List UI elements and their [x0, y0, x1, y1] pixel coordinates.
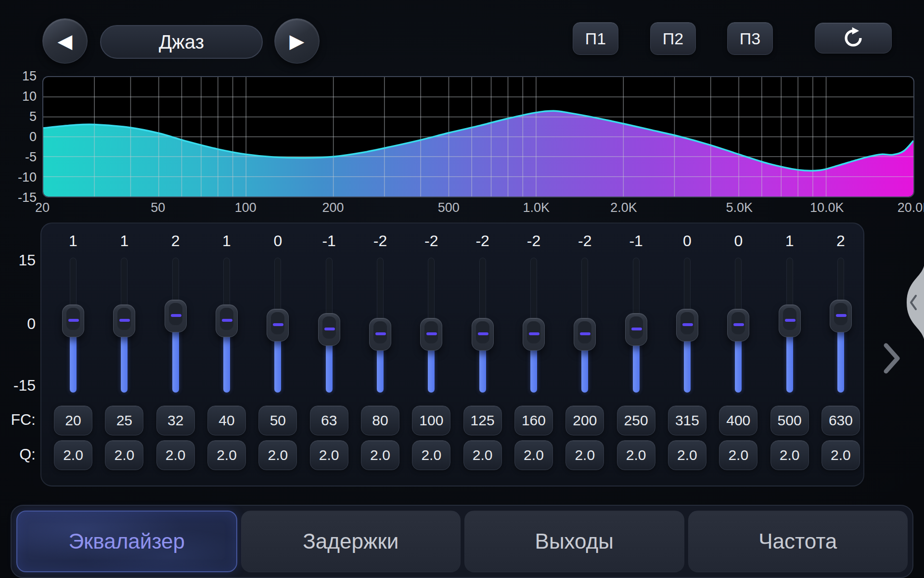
slider-thumb[interactable]	[369, 318, 391, 351]
band-q-button[interactable]: 2.0	[719, 440, 757, 470]
band-fc-button[interactable]: 160	[514, 406, 553, 435]
band-fc-button[interactable]: 125	[463, 406, 502, 435]
gain-slider[interactable]	[815, 258, 866, 393]
memory-preset-2-button[interactable]: П2	[650, 22, 696, 55]
memory-preset-3-button[interactable]: П3	[727, 22, 773, 55]
band-gain-value: -2	[508, 232, 559, 250]
band-q-button[interactable]: 2.0	[617, 440, 655, 470]
slider-thumb[interactable]	[216, 304, 238, 337]
slider-thumb[interactable]	[318, 313, 340, 346]
band-fc-button[interactable]: 25	[105, 406, 143, 435]
slider-thumb[interactable]	[420, 318, 442, 351]
band-q-button[interactable]: 2.0	[770, 440, 809, 470]
slider-thumb[interactable]	[574, 318, 596, 351]
gain-slider[interactable]	[304, 258, 355, 393]
fc-row-label: FC:	[2, 411, 36, 428]
slider-thumb[interactable]	[727, 309, 749, 342]
band-fc-button[interactable]: 20	[54, 406, 92, 435]
slider-thumb[interactable]	[523, 318, 545, 351]
side-panel-handle[interactable]	[896, 266, 924, 339]
slider-thumb[interactable]	[779, 304, 801, 337]
band-column-50: 0502.0	[252, 223, 303, 487]
slider-thumb-dash	[222, 319, 232, 322]
gain-slider[interactable]	[764, 258, 815, 393]
slider-thumb-dash	[273, 323, 283, 326]
band-fc-button[interactable]: 200	[565, 406, 604, 435]
band-fc-button[interactable]: 32	[156, 406, 195, 435]
preset-prev-button[interactable]: ◀	[42, 18, 88, 64]
gain-slider[interactable]	[508, 258, 559, 393]
preset-next-button[interactable]: ▶	[274, 18, 320, 64]
slider-thumb[interactable]	[472, 318, 494, 351]
eq-curve-graph	[42, 76, 914, 197]
band-q-button[interactable]: 2.0	[207, 440, 246, 470]
gain-slider[interactable]	[611, 258, 662, 393]
band-q-button[interactable]: 2.0	[54, 440, 92, 470]
gain-slider[interactable]	[48, 258, 99, 393]
slider-thumb[interactable]	[676, 309, 698, 342]
band-fc-button[interactable]: 400	[719, 406, 757, 435]
band-q-button[interactable]: 2.0	[156, 440, 195, 470]
slider-thumb[interactable]	[267, 309, 289, 342]
band-fc-button[interactable]: 315	[668, 406, 706, 435]
band-q-button[interactable]: 2.0	[514, 440, 553, 470]
preset-selector[interactable]: Джаз	[100, 25, 263, 59]
gain-slider[interactable]	[252, 258, 303, 393]
gain-slider[interactable]	[355, 258, 406, 393]
band-column-400: 04002.0	[713, 223, 764, 487]
slider-thumb[interactable]	[113, 304, 135, 337]
slider-thumb[interactable]	[165, 300, 187, 332]
slider-thumb[interactable]	[62, 304, 84, 337]
slider-thumb-dash	[631, 328, 642, 330]
gain-slider[interactable]	[662, 258, 713, 393]
refresh-icon	[842, 27, 864, 49]
band-gain-value: -1	[611, 232, 662, 250]
band-q-button[interactable]: 2.0	[668, 440, 706, 470]
band-q-button[interactable]: 2.0	[105, 440, 143, 470]
gain-slider[interactable]	[201, 258, 252, 393]
band-column-200: -22002.0	[559, 223, 610, 487]
frequency-tick-label: 500	[420, 200, 477, 215]
gain-slider[interactable]	[406, 258, 457, 393]
band-q-button[interactable]: 2.0	[565, 440, 604, 470]
slider-thumb[interactable]	[625, 313, 647, 346]
band-q-button[interactable]: 2.0	[310, 440, 348, 470]
band-q-button[interactable]: 2.0	[463, 440, 502, 470]
tab-частота[interactable]: Частота	[688, 511, 908, 572]
band-q-button[interactable]: 2.0	[412, 440, 450, 470]
gain-slider[interactable]	[559, 258, 610, 393]
band-column-80: -2802.0	[355, 223, 406, 487]
gain-slider[interactable]	[150, 258, 201, 393]
band-gain-value: 0	[252, 232, 303, 250]
band-fc-button[interactable]: 50	[258, 406, 297, 435]
band-fc-button[interactable]: 63	[310, 406, 348, 435]
gain-slider[interactable]	[713, 258, 764, 393]
tab-выходы[interactable]: Выходы	[464, 511, 684, 572]
frequency-tick-label: 5.0K	[710, 200, 768, 215]
slider-thumb[interactable]	[830, 300, 852, 332]
equalizer-screen: ◀ Джаз ▶ П1 П2 П3 151050-5-10-15 2050100…	[0, 0, 924, 578]
band-q-button[interactable]: 2.0	[821, 440, 860, 470]
eq-curve	[43, 77, 913, 197]
band-gain-value: 2	[150, 232, 201, 250]
band-gain-value: -2	[406, 232, 457, 250]
band-fc-button[interactable]: 500	[770, 406, 809, 435]
eq-curve-fill	[43, 111, 913, 197]
memory-preset-1-button[interactable]: П1	[573, 22, 618, 55]
scroll-bands-right-button[interactable]	[882, 342, 901, 377]
band-q-button[interactable]: 2.0	[361, 440, 399, 470]
tab-эквалайзер[interactable]: Эквалайзер	[16, 511, 237, 572]
gain-slider[interactable]	[457, 258, 508, 393]
tab-задержки[interactable]: Задержки	[241, 511, 461, 572]
band-fc-button[interactable]: 80	[361, 406, 399, 435]
reset-button[interactable]	[815, 23, 892, 53]
band-fc-button[interactable]: 40	[207, 406, 246, 435]
gain-slider[interactable]	[99, 258, 150, 393]
slider-thumb-dash	[68, 319, 79, 322]
band-fc-button[interactable]: 100	[412, 406, 450, 435]
band-q-button[interactable]: 2.0	[258, 440, 297, 470]
slider-thumb-dash	[324, 328, 335, 330]
band-fc-button[interactable]: 250	[617, 406, 655, 435]
db-tick-label: 15	[4, 69, 37, 83]
band-fc-button[interactable]: 630	[821, 406, 860, 435]
